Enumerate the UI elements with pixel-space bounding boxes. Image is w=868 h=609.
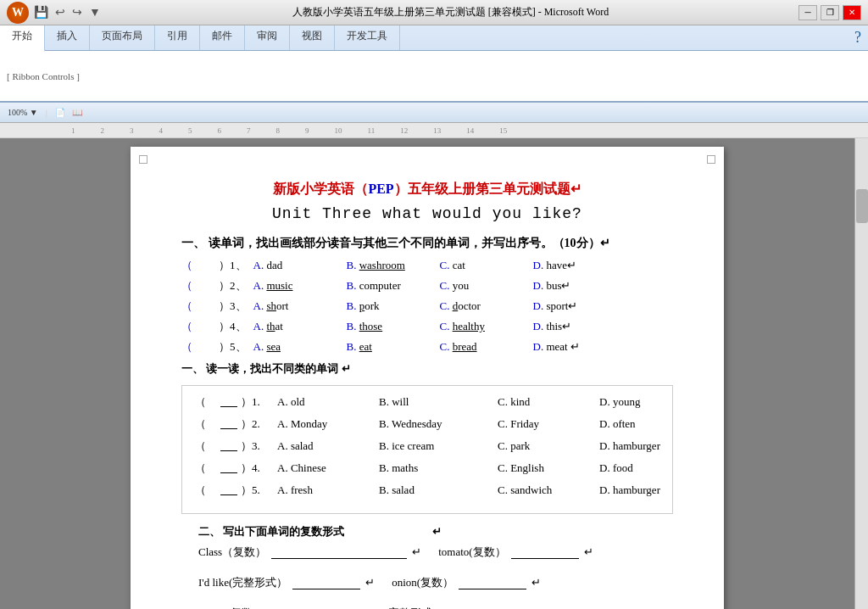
q3-b: B. pork	[347, 299, 440, 313]
scroll-thumb[interactable]	[856, 189, 868, 223]
table-row-3: （ ） 3. A. salad B. ice cream C. park D. …	[195, 439, 659, 454]
q5-c: C. bread	[440, 340, 533, 354]
tr1-num: 1.	[252, 395, 277, 409]
tr5-d: D. hamburger	[599, 483, 684, 497]
q3-num: ）3、	[219, 299, 247, 314]
q5-options: A. sea B. eat C. bread D. meat ↵	[253, 340, 674, 354]
undo-btn[interactable]: ↩	[53, 5, 67, 20]
q3-paren: （	[181, 299, 215, 314]
table-row-2: （ ） 2. A. Monday B. Wednesday C. Friday …	[195, 416, 659, 432]
tr4-d: D. food	[599, 461, 684, 475]
customize-btn[interactable]: ▼	[87, 6, 103, 20]
table-row-4: （ ） 4. A. Chinese B. maths C. English D.…	[195, 461, 659, 476]
q4-num: ）4、	[219, 319, 247, 334]
tomato-blank[interactable]	[511, 545, 579, 559]
form-row-2: I'd like(完整形式） ↵ onion(复数） ↵	[198, 575, 673, 599]
toolbar-bar: 100% ▼ | 📄 📖	[0, 103, 868, 123]
tr5-c: C. sandwich	[498, 483, 599, 497]
q1-c: C. cat	[440, 259, 533, 272]
idlike-blank[interactable]	[292, 576, 360, 589]
save-btn[interactable]: 💾	[32, 5, 50, 20]
section1b-label: 一、	[181, 362, 203, 375]
q5-d: D. meat ↵	[533, 340, 626, 354]
read-mode[interactable]: 📖	[70, 107, 85, 118]
q2-num: ）2、	[219, 278, 247, 293]
tr5-b: B. salad	[379, 483, 498, 497]
tab-start[interactable]: 开始	[0, 25, 45, 52]
q4-d: D. this↵	[533, 320, 626, 333]
q5-paren: （	[181, 339, 215, 355]
tr3-paren: （	[195, 439, 220, 454]
tr2-b: B. Wednesday	[379, 417, 498, 431]
margin-marker-tr	[707, 155, 715, 164]
class-blank-label: Class（复数） ↵	[198, 545, 421, 560]
ribbon-content: [ Ribbon Controls ]	[0, 50, 868, 101]
form-row-1: Class（复数） ↵ tomato(复数） ↵	[198, 545, 673, 568]
redo-btn[interactable]: ↪	[70, 5, 84, 20]
tr5-num: 5.	[252, 483, 277, 497]
zoom-control[interactable]: 100% ▼	[5, 107, 41, 118]
tab-dev[interactable]: 开发工具	[335, 25, 400, 50]
tr1-c: C. kind	[498, 395, 599, 409]
office-logo: W	[7, 2, 29, 24]
tr4-num: 4.	[252, 461, 277, 475]
restore-btn[interactable]: ❐	[821, 5, 839, 20]
class-label: Class（复数）	[198, 545, 266, 560]
q2-a: A. music	[253, 279, 347, 293]
tab-view[interactable]: 视图	[290, 25, 335, 50]
tr2-num: 2.	[252, 417, 277, 431]
tomato-mark: ↵	[584, 545, 593, 559]
idlike-blank-label: I'd like(完整形式） ↵	[198, 575, 375, 590]
tr3-c: C. park	[498, 439, 599, 453]
question-1: （ ）1、 A. dad B. washroom C. cat D. have↵	[181, 258, 673, 273]
q2-c: C. you	[440, 279, 533, 293]
q3-c: C. doctor	[440, 299, 533, 313]
q5-num: ）5、	[219, 339, 247, 355]
tr3-rparen: ）	[241, 439, 252, 454]
tr1-rparen: ）	[241, 394, 252, 410]
tr3-a: A. salad	[277, 439, 379, 453]
help-btn[interactable]: ?	[400, 25, 868, 50]
q1-paren: （	[181, 258, 215, 273]
onion-blank[interactable]	[459, 576, 526, 589]
table-section: （ ） 1. A. old B. will C. kind D. young （…	[181, 385, 673, 514]
view-toggle[interactable]: 📄	[53, 107, 68, 118]
window-controls: ─ ❐ ✕	[798, 5, 861, 20]
q1-a: A. dad	[253, 259, 347, 272]
title-bar-left: W 💾 ↩ ↪ ▼	[7, 2, 103, 24]
tab-reference[interactable]: 引用	[155, 25, 200, 50]
tab-review[interactable]: 审阅	[245, 25, 290, 50]
tr4-paren: （	[195, 461, 220, 476]
tab-insert[interactable]: 插入	[45, 25, 90, 50]
q1-b: B. washroom	[347, 259, 440, 272]
vertical-scrollbar[interactable]	[854, 138, 868, 609]
question-5: （ ）5、 A. sea B. eat C. bread D. meat ↵	[181, 339, 673, 355]
tr2-c: C. Friday	[498, 417, 599, 431]
section2-mark: ↵	[432, 525, 442, 538]
tr5-paren: （	[195, 483, 220, 498]
ribbon: 开始 插入 页面布局 引用 邮件 审阅 视图 开发工具 ? [ Ribbon C…	[0, 25, 868, 103]
tr4-b: B. maths	[379, 461, 498, 475]
class-blank[interactable]	[271, 545, 407, 559]
close-btn[interactable]: ✕	[843, 5, 861, 20]
q4-a: A. that	[253, 320, 347, 333]
window-title: 人教版小学英语五年级上册第三单元测试题 [兼容模式] - Microsoft W…	[103, 5, 798, 20]
q4-options: A. that B. those C. healthy D. this↵	[253, 320, 674, 333]
doc-scroll[interactable]: 新版小学英语（PEP）五年级上册第三单元测试题↵ Unit Three what…	[0, 138, 854, 609]
idlike-label: I'd like(完整形式）	[198, 575, 287, 590]
tr3-blank	[220, 439, 237, 451]
tr3-num: 3.	[252, 439, 277, 453]
margin-marker-tl	[139, 155, 147, 164]
tr2-rparen: ）	[241, 416, 252, 432]
tr5-blank	[220, 483, 237, 495]
potato-blank-label: Potato(复数） ↵	[198, 606, 351, 609]
tab-layout[interactable]: 页面布局	[90, 25, 155, 50]
onion-mark: ↵	[531, 576, 541, 589]
table-row-5: （ ） 5. A. fresh B. salad C. sandwich D. …	[195, 483, 659, 498]
tr4-rparen: ）	[241, 461, 252, 476]
minimize-btn[interactable]: ─	[798, 5, 817, 20]
section1-title: 一、 读单词，找出画线部分读音与其他三个不同的单词，并写出序号。（10分）↵	[181, 236, 673, 251]
tab-mail[interactable]: 邮件	[200, 25, 245, 50]
section1b-title: 一、 读一读，找出不同类的单词 ↵	[181, 361, 673, 377]
potato-label: Potato(复数）	[198, 606, 264, 609]
